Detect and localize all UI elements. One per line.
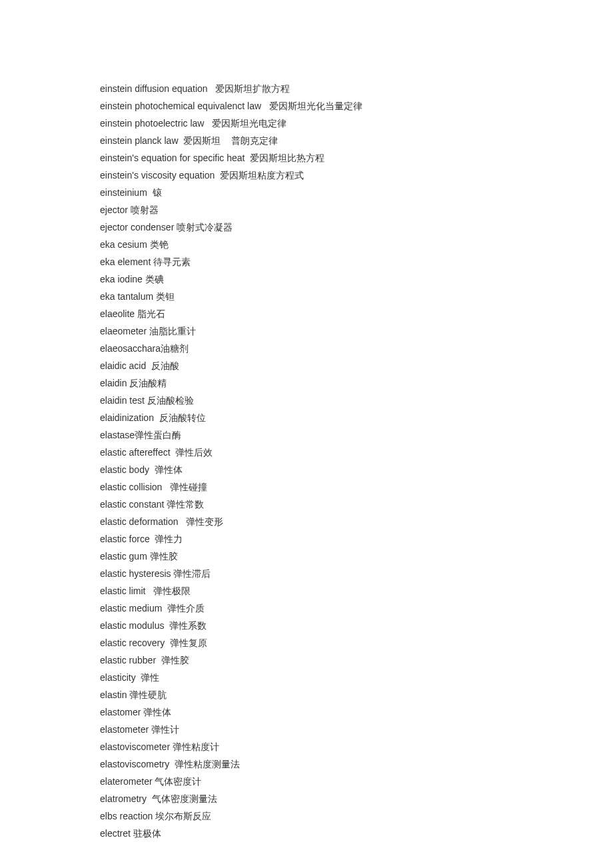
- glossary-entry: elaeolite 脂光石: [100, 305, 613, 322]
- glossary-entry: elastometer 弹性计: [100, 721, 613, 738]
- glossary-entry: elaeosacchara油糖剂: [100, 340, 613, 357]
- glossary-entry: elasticity 弹性: [100, 669, 613, 686]
- glossary-entry: eka cesium 类铯: [100, 236, 613, 253]
- glossary-entry: elastic force 弹性力: [100, 530, 613, 548]
- glossary-entry: elaidin test 反油酸检验: [100, 392, 613, 409]
- glossary-entry: einstein planck law 爱因斯坦 普朗克定律: [100, 132, 613, 149]
- glossary-entry: elastic deformation 弹性变形: [100, 513, 613, 530]
- glossary-entry: einsteinium 锿: [100, 184, 613, 201]
- glossary-entry: eka iodine 类碘: [100, 270, 613, 288]
- glossary-entry: elastic aftereffect 弹性后效: [100, 444, 613, 461]
- glossary-entry: elaidic acid 反油酸: [100, 357, 613, 374]
- glossary-entry: elastase弹性蛋白酶: [100, 426, 613, 444]
- glossary-entry: elaidin 反油酸精: [100, 374, 613, 392]
- glossary-entry: elastic gum 弹性胶: [100, 548, 613, 565]
- glossary-entry: elastic medium 弹性介质: [100, 600, 613, 617]
- glossary-entry: elastin 弹性硬肮: [100, 686, 613, 703]
- glossary-entry: einstein photochemical equivalenct law 爱…: [100, 97, 613, 115]
- glossary-entry: ejector condenser 喷射式冷凝器: [100, 218, 613, 236]
- glossary-entry: einstein diffusion equation 爱因斯坦扩散方程: [100, 80, 613, 97]
- glossary-entry: elatrometry 气体密度测量法: [100, 790, 613, 807]
- glossary-entry: elaterometer 气体密度计: [100, 773, 613, 790]
- glossary-entry: elaeometer 油脂比重计: [100, 322, 613, 340]
- glossary-entry: einstein's viscosity equation 爱因斯坦粘度方程式: [100, 167, 613, 184]
- glossary-entry: elastic body 弹性体: [100, 461, 613, 478]
- glossary-entry: elastomer 弹性体: [100, 703, 613, 721]
- glossary-entry: elastic modulus 弹性系数: [100, 617, 613, 634]
- glossary-entry: elastoviscometer 弹性粘度计: [100, 738, 613, 755]
- glossary-entry: elastic hysteresis 弹性滞后: [100, 565, 613, 582]
- glossary-list: einstein diffusion equation 爱因斯坦扩散方程eins…: [0, 0, 613, 842]
- glossary-entry: einstein photoelectric law 爱因斯坦光电定律: [100, 115, 613, 132]
- glossary-entry: einstein's equation for specific heat 爱因…: [100, 149, 613, 167]
- glossary-entry: elastic limit 弹性极限: [100, 582, 613, 600]
- glossary-entry: eka element 待寻元素: [100, 253, 613, 270]
- glossary-entry: ejector 喷射器: [100, 201, 613, 218]
- glossary-entry: electret 驻极体: [100, 825, 613, 842]
- glossary-entry: elastic rubber 弹性胶: [100, 651, 613, 669]
- glossary-entry: elaidinization 反油酸转位: [100, 409, 613, 426]
- glossary-entry: elastic collision 弹性碰撞: [100, 478, 613, 496]
- glossary-entry: elastic constant 弹性常数: [100, 496, 613, 513]
- glossary-entry: elastic recovery 弹性复原: [100, 634, 613, 651]
- glossary-entry: elastoviscometry 弹性粘度测量法: [100, 755, 613, 773]
- glossary-entry: elbs reaction 埃尔布斯反应: [100, 807, 613, 825]
- glossary-entry: eka tantalum 类钽: [100, 288, 613, 305]
